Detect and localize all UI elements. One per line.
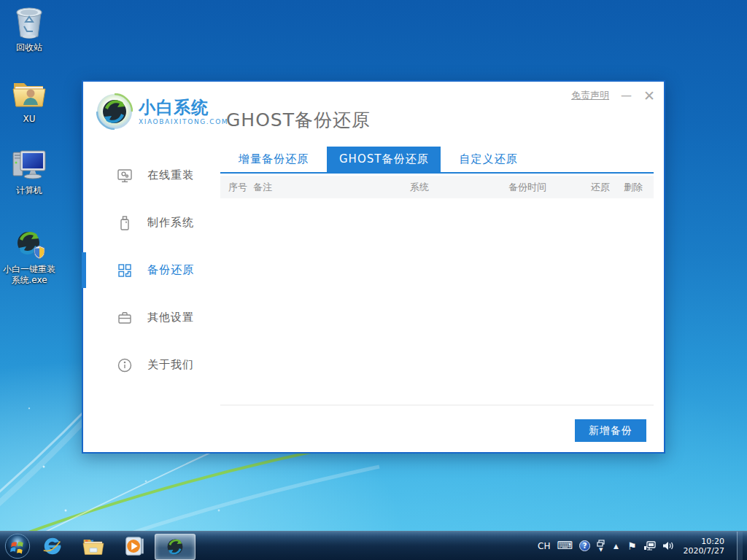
taskbar-icon-internet-explorer[interactable]: [32, 532, 73, 560]
start-button[interactable]: [3, 532, 32, 560]
window-controls: 免责声明 — ✕: [571, 89, 655, 102]
sidebar: 在线重装 制作系统: [83, 152, 220, 389]
column-header-system: 系统: [410, 181, 508, 194]
speaker-icon[interactable]: [662, 540, 674, 551]
xiaobai-window: 免责声明 — ✕ 小白系统 XIAOBAIXITONG.COM: [82, 80, 665, 454]
grid-icon: [117, 262, 133, 279]
sidebar-item-other-settings[interactable]: 其他设置: [83, 294, 220, 341]
column-header-delete: 删除: [624, 181, 654, 194]
desktop-icon-computer[interactable]: 计算机: [1, 147, 57, 196]
sidebar-item-label: 在线重装: [147, 168, 194, 182]
brand-logo-icon: [96, 93, 133, 130]
sidebar-item-make-system[interactable]: 制作系统: [83, 199, 220, 246]
xiaobai-app-icon: [11, 226, 47, 262]
brand-domain: XIAOBAIXITONG.COM: [139, 118, 228, 125]
desktop-icon-label: 计算机: [16, 185, 42, 196]
taskbar-icon-media-player[interactable]: [114, 532, 155, 560]
language-indicator[interactable]: CH: [538, 541, 550, 551]
active-indicator: [82, 252, 86, 288]
sidebar-item-label: 制作系统: [147, 216, 194, 230]
clock-date: 2020/7/27: [684, 546, 724, 556]
clock-time: 10:20: [684, 537, 724, 546]
tab-custom-restore[interactable]: 自定义还原: [446, 147, 530, 172]
brand-text: 小白系统 XIAOBAIXITONG.COM: [139, 98, 228, 125]
show-desktop-button[interactable]: [737, 532, 743, 560]
column-header-backup-time: 备份时间: [508, 181, 591, 194]
caret-down-icon: ▼: [599, 548, 603, 552]
table-header: 序号 备注 系统 备份时间 还原 删除: [220, 176, 654, 198]
column-header-restore: 还原: [591, 181, 624, 194]
tab-bar: 增量备份还原 GHOST备份还原 自定义还原: [220, 147, 654, 174]
toolbar-restore-icon[interactable]: ▼: [597, 540, 605, 552]
minimize-button[interactable]: —: [621, 90, 632, 101]
column-header-index: 序号: [220, 181, 253, 194]
action-center-flag-icon[interactable]: ⚑: [627, 540, 637, 552]
sidebar-item-label: 备份还原: [147, 263, 194, 277]
brand-name: 小白系统: [139, 98, 228, 117]
monitor-icon: [117, 168, 133, 184]
system-tray: CH ⌨ ? ▼ ▲ ⚑: [538, 532, 747, 560]
disclaimer-link[interactable]: 免责声明: [571, 89, 609, 102]
taskbar-icon-xiaobai-active[interactable]: [155, 534, 196, 560]
desktop-icon-label: 回收站: [16, 42, 42, 53]
help-icon[interactable]: ?: [579, 540, 590, 551]
sidebar-item-online-reinstall[interactable]: 在线重装: [83, 152, 220, 199]
desktop-icon-label: 小白一键重装 系统.exe: [3, 264, 55, 286]
taskbar: CH ⌨ ? ▼ ▲ ⚑: [0, 531, 747, 560]
desktop-icon-recycle-bin[interactable]: 回收站: [1, 4, 57, 53]
backup-list-empty: [220, 198, 654, 405]
taskbar-apps: [0, 532, 196, 560]
new-backup-button[interactable]: 新增备份: [575, 419, 646, 442]
network-icon[interactable]: [643, 540, 656, 551]
taskbar-icon-file-explorer[interactable]: [73, 532, 114, 560]
sidebar-item-about-us[interactable]: 关于我们: [83, 341, 220, 389]
usb-icon: [117, 215, 133, 231]
info-icon: [117, 357, 133, 373]
user-folder-icon: [11, 76, 47, 112]
sidebar-item-label: 关于我们: [147, 358, 194, 372]
desktop-icon-label: XU: [23, 114, 35, 125]
close-button[interactable]: ✕: [643, 90, 655, 101]
desktop: 回收站 XU: [0, 0, 747, 560]
clock[interactable]: 10:20 2020/7/27: [681, 537, 730, 556]
keyboard-icon[interactable]: ⌨: [557, 540, 573, 551]
recycle-bin-icon: [11, 4, 47, 41]
footer-divider: [220, 405, 654, 405]
tab-ghost-backup-restore[interactable]: GHOST备份还原: [327, 147, 441, 172]
desktop-icon-xu-folder[interactable]: XU: [1, 76, 57, 125]
computer-icon: [11, 147, 47, 184]
desktop-icon-xiaobai-exe[interactable]: 小白一键重装 系统.exe: [1, 226, 57, 286]
content-panel: 增量备份还原 GHOST备份还原 自定义还原 序号 备注 系统 备份时间 还原 …: [220, 147, 654, 405]
brand-block: 小白系统 XIAOBAIXITONG.COM: [96, 93, 228, 130]
page-title: GHOST备份还原: [226, 108, 371, 132]
show-hidden-icons-button[interactable]: ▲: [611, 542, 621, 550]
column-header-remark: 备注: [253, 181, 410, 194]
sidebar-item-label: 其他设置: [147, 311, 194, 324]
tab-incremental-backup-restore[interactable]: 增量备份还原: [226, 147, 321, 172]
sidebar-item-backup-restore[interactable]: 备份还原: [83, 246, 220, 294]
briefcase-icon: [117, 310, 133, 326]
